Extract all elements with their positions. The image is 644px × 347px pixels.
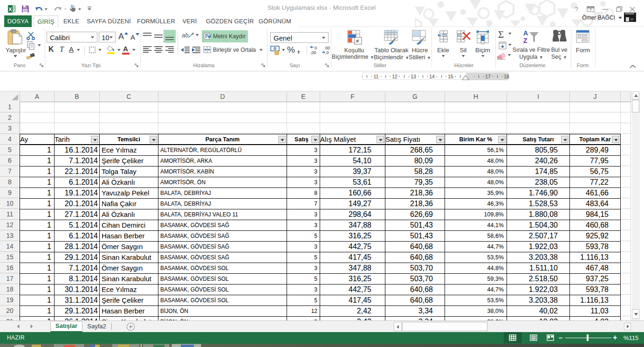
svg-text:,0: ,0 bbox=[325, 50, 329, 55]
svg-text:0: 0 bbox=[315, 46, 317, 50]
svg-text:X: X bbox=[8, 7, 12, 12]
svg-text:00: 00 bbox=[325, 46, 330, 50]
svg-text:?: ? bbox=[575, 6, 578, 13]
svg-text:Z: Z bbox=[523, 37, 528, 44]
svg-text:≠: ≠ bbox=[356, 38, 359, 44]
svg-text:A: A bbox=[523, 29, 528, 37]
svg-text:,00: ,00 bbox=[310, 50, 316, 55]
